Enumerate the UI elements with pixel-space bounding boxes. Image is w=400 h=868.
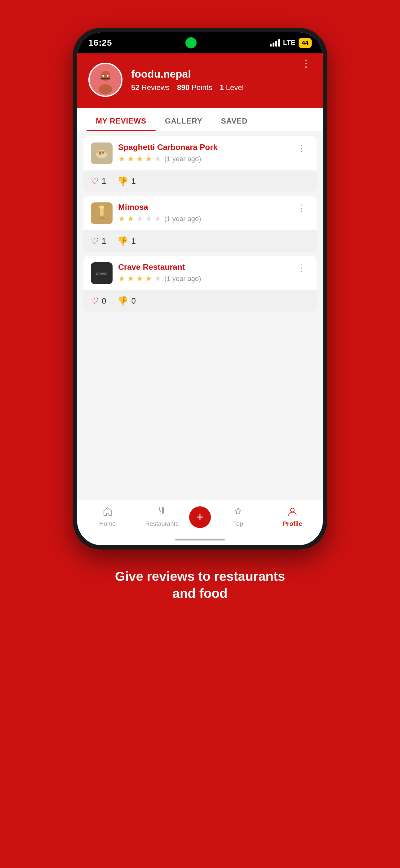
- dynamic-island: [160, 36, 222, 50]
- profile-info-row: foodu.nepal 52 Reviews 890 Points 1 Leve…: [88, 63, 312, 97]
- svg-point-8: [99, 152, 101, 155]
- points-stat: 890 Points: [177, 83, 212, 92]
- tabs-row: MY REVIEWS GALLERY SAVED: [77, 108, 323, 131]
- nav-home[interactable]: Home: [80, 507, 135, 527]
- star-3: ★: [136, 274, 143, 283]
- svg-point-2: [99, 84, 112, 94]
- review-more-options-3[interactable]: ⋮: [295, 262, 309, 274]
- review-actions-2: ♡ 1 👎 1: [84, 230, 316, 252]
- svg-point-17: [107, 509, 108, 510]
- svg-point-18: [291, 508, 294, 512]
- tab-gallery[interactable]: GALLERY: [156, 108, 212, 131]
- status-bar: 16:25 LTE 44: [77, 32, 323, 53]
- review-card: Spaghetti Carbonara Pork ★ ★ ★ ★ ★ (1 ye…: [84, 136, 316, 192]
- star-4: ★: [145, 154, 152, 164]
- star-icon: [233, 507, 243, 519]
- review-title-2: Mimosa: [118, 203, 289, 212]
- status-right: LTE 44: [270, 38, 312, 48]
- svg-rect-14: [99, 218, 105, 219]
- nav-top-label: Top: [233, 520, 243, 527]
- review-more-options-1[interactable]: ⋮: [295, 143, 309, 154]
- star-1: ★: [118, 154, 125, 164]
- profile-details: foodu.nepal 52 Reviews 890 Points 1 Leve…: [131, 68, 244, 92]
- nav-profile[interactable]: Profile: [265, 507, 320, 527]
- review-main: Spaghetti Carbonara Pork ★ ★ ★ ★ ★ (1 ye…: [84, 136, 316, 170]
- svg-point-5: [107, 75, 108, 77]
- star-1: ★: [118, 214, 125, 223]
- thumbdown-icon: 👎: [117, 296, 128, 306]
- dislike-button-3[interactable]: 👎 0: [117, 296, 135, 306]
- bottom-nav: Home Restaurants +: [77, 500, 323, 534]
- like-count-2: 1: [102, 236, 106, 246]
- star-5: ★: [154, 274, 161, 283]
- svg-point-9: [102, 152, 104, 154]
- dynamic-island-icon: [186, 37, 197, 49]
- home-indicator: [77, 534, 323, 545]
- svg-point-4: [102, 75, 104, 77]
- review-content: Mimosa ★ ★ ★ ★ ★ (1 year ago): [118, 203, 289, 223]
- dislike-count-1: 1: [131, 176, 135, 186]
- review-title-1: Spaghetti Carbonara Pork: [118, 143, 289, 152]
- nav-restaurants[interactable]: Restaurants: [135, 507, 190, 527]
- signal-bars: [270, 39, 280, 46]
- dislike-button-2[interactable]: 👎 1: [117, 236, 135, 246]
- nav-home-label: Home: [99, 520, 116, 527]
- svg-rect-3: [100, 78, 110, 80]
- svg-point-7: [96, 150, 107, 158]
- like-button-3[interactable]: ♡ 0: [91, 296, 106, 306]
- star-1: ★: [118, 274, 125, 283]
- review-main: CRAVE Crave Restaurant ★ ★ ★ ★ ★ (: [84, 256, 316, 290]
- level-stat: 1 Level: [220, 83, 244, 92]
- phone-screen: 16:25 LTE 44 ⋮: [77, 32, 323, 545]
- star-2: ★: [127, 274, 134, 283]
- username: foodu.nepal: [131, 68, 244, 80]
- nav-add[interactable]: +: [189, 506, 211, 528]
- nav-restaurants-label: Restaurants: [145, 520, 178, 527]
- time-ago: (1 year ago): [164, 155, 201, 163]
- dislike-button-1[interactable]: 👎 1: [117, 176, 135, 186]
- review-card: CRAVE Crave Restaurant ★ ★ ★ ★ ★ (: [84, 256, 316, 312]
- stars-row: ★ ★ ★ ★ ★ (1 year ago): [118, 154, 289, 164]
- profile-header: ⋮ foodu.nepal 52 R: [77, 53, 323, 108]
- like-count-1: 1: [102, 176, 106, 186]
- status-time: 16:25: [88, 38, 112, 48]
- nav-top[interactable]: Top: [211, 507, 265, 527]
- star-5: ★: [154, 154, 161, 164]
- star-2: ★: [127, 214, 134, 223]
- review-thumbnail: [91, 203, 112, 224]
- stats-row: 52 Reviews 890 Points 1 Level: [131, 83, 244, 92]
- reviews-list: Spaghetti Carbonara Pork ★ ★ ★ ★ ★ (1 ye…: [77, 131, 323, 317]
- thumbdown-icon: 👎: [117, 176, 128, 186]
- avatar: [88, 63, 123, 97]
- review-thumbnail: [91, 143, 112, 164]
- like-count-3: 0: [102, 296, 106, 306]
- like-button-2[interactable]: ♡ 1: [91, 236, 106, 246]
- tab-saved[interactable]: SAVED: [212, 108, 257, 131]
- star-3: ★: [136, 154, 143, 164]
- fork-icon: [157, 507, 167, 519]
- heart-icon: ♡: [91, 296, 99, 306]
- star-3: ★: [136, 214, 143, 223]
- like-button-1[interactable]: ♡ 1: [91, 176, 106, 186]
- star-2: ★: [127, 154, 134, 164]
- star-4: ★: [145, 214, 152, 223]
- nav-profile-label: Profile: [283, 520, 302, 527]
- review-title-3: Crave Restaurant: [118, 262, 289, 272]
- heart-icon: ♡: [91, 236, 99, 246]
- person-icon: [288, 507, 297, 519]
- caption: Give reviews to restaurantsand food: [90, 568, 310, 602]
- more-options-button[interactable]: ⋮: [301, 58, 312, 68]
- home-bar: [175, 538, 225, 540]
- home-icon: [103, 507, 112, 519]
- review-main: Mimosa ★ ★ ★ ★ ★ (1 year ago) ⋮: [84, 196, 316, 230]
- svg-rect-13: [100, 216, 103, 218]
- review-actions-1: ♡ 1 👎 1: [84, 170, 316, 192]
- review-content: Spaghetti Carbonara Pork ★ ★ ★ ★ ★ (1 ye…: [118, 143, 289, 164]
- tab-my-reviews[interactable]: MY REVIEWS: [87, 108, 156, 131]
- review-more-options-2[interactable]: ⋮: [295, 203, 309, 214]
- plus-icon: +: [196, 511, 203, 523]
- review-actions-3: ♡ 0 👎 0: [84, 290, 316, 312]
- add-button[interactable]: +: [189, 506, 211, 528]
- dislike-count-2: 1: [131, 236, 135, 246]
- stars-row: ★ ★ ★ ★ ★ (1 year ago): [118, 214, 289, 223]
